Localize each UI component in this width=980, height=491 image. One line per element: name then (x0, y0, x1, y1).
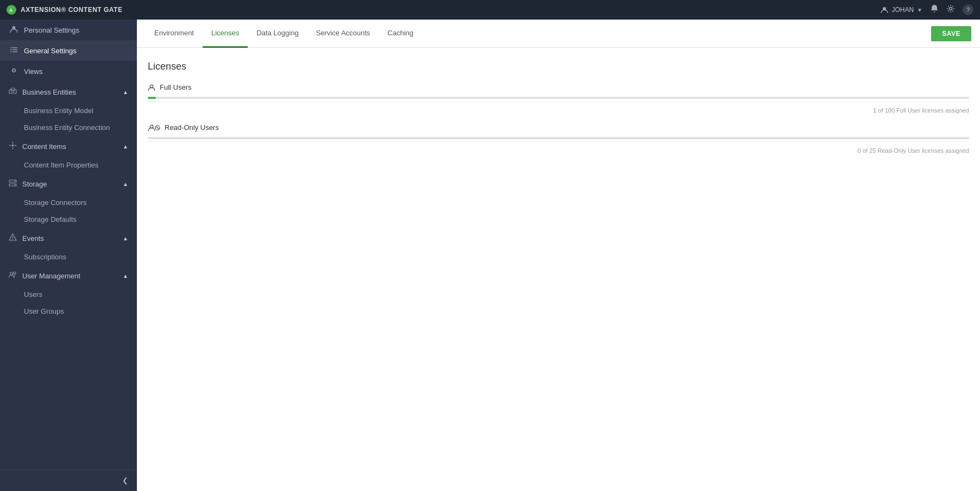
user-dropdown-arrow[interactable]: ▼ (917, 7, 922, 13)
sidebar: Personal Settings General Settings Views… (0, 20, 137, 491)
full-users-section: Full Users 1 of 100 Full User licenses a… (148, 83, 969, 115)
svg-point-25 (15, 184, 16, 185)
events-chevron-icon: ▲ (123, 235, 128, 241)
full-users-bar-fill (148, 97, 156, 99)
read-only-users-header: Read-Only Users (148, 123, 969, 135)
read-only-users-info: 0 of 25 Read-Only User licenses assigned (148, 146, 969, 155)
svg-rect-6 (10, 47, 12, 48)
help-icon[interactable]: ? (963, 4, 973, 15)
user-icon (881, 6, 888, 14)
full-users-label: Full Users (160, 83, 192, 91)
tab-caching[interactable]: Caching (379, 20, 422, 48)
svg-point-28 (12, 239, 14, 240)
svg-text:A: A (9, 8, 13, 13)
sidebar-general-settings-label: General Settings (24, 47, 77, 55)
collapse-icon: ❮ (122, 476, 128, 484)
sidebar-item-views[interactable]: Views (0, 61, 137, 82)
app-logo: A (7, 5, 16, 15)
svg-point-4 (950, 8, 952, 10)
sidebar-sub-item-content-item-properties[interactable]: Content Item Properties (0, 157, 137, 173)
svg-point-13 (13, 70, 14, 71)
full-users-info: 1 of 100 Full User licenses assigned (148, 106, 969, 115)
page-content: Licenses Full Users 1 of 100 Full User l… (137, 48, 980, 491)
topbar-right: JOHAN ▼ ? (881, 4, 973, 15)
svg-rect-3 (934, 11, 935, 13)
content-area: Environment Licenses Data Logging Servic… (137, 20, 980, 491)
topbar: A AXTENSION® CONTENT GATE JOHAN ▼ ? (0, 0, 980, 20)
sidebar-group-events[interactable]: Events ▲ (0, 228, 137, 248)
username-label: JOHAN (891, 6, 914, 14)
svg-rect-8 (10, 49, 12, 51)
sidebar-group-storage[interactable]: Storage ▲ (0, 173, 137, 194)
sidebar-user-management-label: User Management (22, 272, 80, 280)
svg-rect-11 (12, 52, 17, 53)
full-users-header: Full Users (148, 83, 969, 95)
read-only-users-section: Read-Only Users 0 of 25 Read-Only User l… (148, 123, 969, 155)
sidebar-group-content-items[interactable]: Content Items ▲ (0, 136, 137, 157)
user-management-icon (9, 271, 17, 281)
sidebar-sub-item-storage-connectors[interactable]: Storage Connectors (0, 194, 137, 211)
svg-rect-9 (12, 49, 17, 51)
content-items-icon (9, 141, 17, 151)
sidebar-group-business-entities[interactable]: Business Entities ▲ (0, 82, 137, 102)
settings-icon[interactable] (946, 4, 955, 15)
tab-environment[interactable]: Environment (146, 20, 203, 48)
personal-settings-icon (9, 25, 18, 35)
svg-line-34 (156, 126, 159, 129)
app-title: AXTENSION® CONTENT GATE (21, 6, 122, 14)
sidebar-item-personal-settings[interactable]: Personal Settings (0, 20, 137, 40)
tab-licenses[interactable]: Licenses (203, 20, 248, 48)
sidebar-group-user-management[interactable]: User Management ▲ (0, 265, 137, 286)
sidebar-sub-item-business-entity-connection[interactable]: Business Entity Connection (0, 119, 137, 136)
read-only-users-label: Read-Only Users (165, 123, 219, 132)
sidebar-item-general-settings[interactable]: General Settings (0, 40, 137, 61)
business-entities-chevron-icon: ▲ (123, 89, 128, 95)
sidebar-views-label: Views (24, 67, 42, 76)
svg-point-30 (14, 272, 16, 274)
general-settings-icon (9, 46, 18, 55)
svg-point-29 (10, 272, 13, 275)
views-icon (9, 66, 18, 76)
svg-rect-7 (12, 47, 17, 48)
topbar-left: A AXTENSION® CONTENT GATE (7, 5, 122, 15)
sidebar-storage-label: Storage (22, 180, 47, 188)
tabs-bar: Environment Licenses Data Logging Servic… (137, 20, 980, 48)
events-icon (9, 233, 17, 243)
full-users-divider (148, 101, 969, 102)
full-users-bar (148, 97, 969, 99)
storage-icon (9, 179, 17, 189)
sidebar-sub-item-user-groups[interactable]: User Groups (0, 303, 137, 320)
svg-point-17 (12, 145, 14, 147)
sidebar-content-items-label: Content Items (22, 142, 66, 151)
user-info[interactable]: JOHAN ▼ (881, 6, 922, 14)
save-button[interactable]: SAVE (931, 26, 971, 41)
sidebar-events-label: Events (22, 234, 44, 243)
tab-data-logging[interactable]: Data Logging (248, 20, 307, 48)
content-items-chevron-icon: ▲ (123, 144, 128, 150)
sidebar-personal-settings-label: Personal Settings (24, 26, 79, 34)
main-layout: Personal Settings General Settings Views… (0, 20, 980, 491)
sidebar-sub-item-subscriptions[interactable]: Subscriptions (0, 248, 137, 265)
read-only-users-icon (148, 124, 160, 132)
sidebar-sub-item-users[interactable]: Users (0, 286, 137, 303)
sidebar-sub-item-storage-defaults[interactable]: Storage Defaults (0, 211, 137, 228)
user-management-chevron-icon: ▲ (123, 273, 128, 279)
page-title: Licenses (148, 61, 969, 72)
svg-point-24 (15, 181, 16, 182)
read-only-users-bar (148, 137, 969, 139)
svg-rect-10 (10, 52, 12, 53)
full-users-icon (148, 84, 155, 91)
sidebar-collapse-button[interactable]: ❮ (0, 469, 137, 491)
sidebar-business-entities-label: Business Entities (22, 88, 76, 96)
tab-service-accounts[interactable]: Service Accounts (307, 20, 379, 48)
business-entities-icon (9, 87, 17, 97)
storage-chevron-icon: ▲ (123, 181, 128, 187)
read-only-users-divider (148, 141, 969, 142)
notifications-icon[interactable] (930, 4, 939, 15)
sidebar-sub-item-business-entity-model[interactable]: Business Entity Model (0, 102, 137, 119)
